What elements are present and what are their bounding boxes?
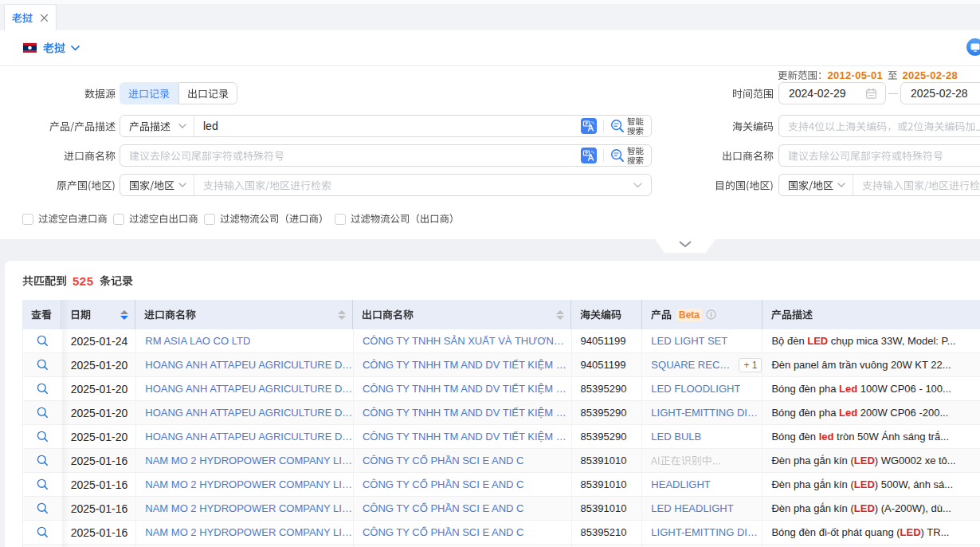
checkbox[interactable] xyxy=(204,214,215,225)
view-record-icon[interactable] xyxy=(37,502,49,514)
country-title[interactable] xyxy=(43,42,65,53)
cell-description: Bóng đèn pha Led 100W CP06 - 100... xyxy=(762,377,980,400)
cell-date: 2025-01-16 xyxy=(62,497,137,520)
product-tag-link[interactable]: LED FLOODLIGHT xyxy=(651,383,740,395)
help-fab[interactable] xyxy=(966,38,980,56)
exporter-link[interactable]: CÔNG TY TNHH TM AND DV TIẾT KIỆM NĂ... xyxy=(363,383,571,395)
origin-search-input[interactable] xyxy=(194,180,331,191)
hscode-input[interactable] xyxy=(779,121,980,132)
product-field-select[interactable] xyxy=(120,116,194,136)
translate-icon[interactable] xyxy=(581,118,597,134)
toggle-label xyxy=(128,89,170,99)
view-record-icon[interactable] xyxy=(37,359,49,371)
toggle-export-records[interactable] xyxy=(178,82,237,104)
hscode-label xyxy=(658,115,774,137)
smart-search-label[interactable] xyxy=(627,147,644,164)
cell-product: LED HEADLIGHT xyxy=(642,497,762,520)
cell-view[interactable] xyxy=(23,425,62,448)
sort-carets[interactable] xyxy=(338,310,346,320)
product-tag-link[interactable]: LIGHT-EMITTING DIO... xyxy=(651,407,762,419)
cell-hs-code: 85395290 xyxy=(572,377,643,400)
cell-view[interactable] xyxy=(23,377,62,400)
product-search-input[interactable]: led xyxy=(194,120,218,132)
importer-link[interactable]: HOANG ANH ATTAPEU AGRICULTURE DEVE... xyxy=(145,431,353,443)
cell-product: SQUARE RECESS...+ 1 xyxy=(642,353,762,376)
checkbox[interactable] xyxy=(113,214,124,225)
exporter-link[interactable]: CÔNG TY CỔ PHẦN SCI E AND C xyxy=(363,455,524,466)
view-record-icon[interactable] xyxy=(37,478,49,490)
checkbox-filter-logistics-importer[interactable] xyxy=(204,213,328,225)
exporter-link[interactable]: CÔNG TY CỔ PHẦN SCI E AND C xyxy=(363,478,524,490)
product-tag-link[interactable]: SQUARE RECESS... xyxy=(651,359,732,371)
cell-view[interactable] xyxy=(23,353,62,376)
calendar-icon xyxy=(865,88,877,100)
sort-carets[interactable] xyxy=(120,310,128,320)
destination-search-input[interactable] xyxy=(853,180,980,191)
view-record-icon[interactable] xyxy=(37,383,49,395)
checkbox-filter-blank-importer[interactable] xyxy=(22,213,108,225)
destination-country-select[interactable] xyxy=(779,175,853,195)
date-start-input[interactable]: 2024-02-29 xyxy=(778,82,886,104)
importer-input[interactable] xyxy=(120,151,284,161)
beta-badge: Beta xyxy=(676,309,702,321)
view-record-icon[interactable] xyxy=(37,431,49,443)
column-header-date[interactable] xyxy=(61,300,136,329)
view-record-icon[interactable] xyxy=(37,407,49,419)
cell-view[interactable] xyxy=(23,329,62,352)
view-record-icon[interactable] xyxy=(37,526,49,538)
translate-icon[interactable] xyxy=(581,148,597,163)
checkbox-filter-logistics-exporter[interactable] xyxy=(335,213,459,225)
importer-link[interactable]: RM ASIA LAO CO LTD xyxy=(145,335,250,347)
column-header-exporter[interactable] xyxy=(353,300,571,329)
exporter-link[interactable]: CÔNG TY TNHH TM AND DV TIẾT KIỆM NĂ... xyxy=(363,407,571,419)
importer-link[interactable]: NAM MO 2 HYDROPOWER COMPANY LIMI... xyxy=(145,502,353,514)
smart-search-label[interactable] xyxy=(627,117,644,135)
sort-carets[interactable] xyxy=(556,310,564,320)
importer-link[interactable]: NAM MO 2 HYDROPOWER COMPANY LIMI... xyxy=(145,478,353,490)
cell-view[interactable] xyxy=(23,401,62,424)
info-icon[interactable] xyxy=(706,309,716,320)
product-tag-link[interactable]: LED LIGHT SET xyxy=(651,335,727,347)
select-value xyxy=(129,180,174,191)
tab-close-icon[interactable] xyxy=(40,14,49,22)
smart-search-icon[interactable] xyxy=(610,148,625,163)
cell-view[interactable] xyxy=(23,521,62,544)
checkbox[interactable] xyxy=(335,214,346,225)
exporter-link[interactable]: CÔNG TY TNHH TM AND DV TIẾT KIỆM NĂ... xyxy=(363,359,571,371)
table-row: 2025-01-20HOANG ANH ATTAPEU AGRICULTURE … xyxy=(22,425,980,449)
exporter-link[interactable]: CÔNG TY CỔ PHẦN SCI E AND C xyxy=(363,526,524,538)
date-end-input[interactable]: 2025-02-28 xyxy=(900,82,980,104)
smart-search-icon[interactable] xyxy=(610,119,625,133)
chevron-down-icon[interactable] xyxy=(71,45,80,51)
more-products-badge[interactable]: + 1 xyxy=(739,358,762,372)
importer-link[interactable]: HOANG ANH ATTAPEU AGRICULTURE DEVE... xyxy=(145,359,353,371)
checkbox[interactable] xyxy=(22,214,33,225)
view-record-icon[interactable] xyxy=(37,335,49,347)
exporter-link[interactable]: CÔNG TY CỔ PHẦN SCI E AND C xyxy=(363,502,524,514)
exporter-link[interactable]: CÔNG TY TNHH TM AND DV TIẾT KIỆM NĂ... xyxy=(363,431,571,443)
product-tag-link[interactable]: LED BULB xyxy=(651,431,701,443)
tab-laos[interactable] xyxy=(4,4,57,30)
product-tag-link[interactable]: HEADLIGHT xyxy=(651,478,710,490)
importer-link[interactable]: HOANG ANH ATTAPEU AGRICULTURE DEVE... xyxy=(145,407,353,419)
toggle-import-records[interactable] xyxy=(120,82,178,104)
checkbox-filter-blank-exporter[interactable] xyxy=(113,213,198,225)
exporter-input[interactable] xyxy=(779,151,943,161)
exporter-link[interactable]: CÔNG TY TNHH SẢN XUẤT VÀ THƯƠNG M... xyxy=(363,335,571,347)
origin-country-select[interactable] xyxy=(120,175,194,195)
importer-link[interactable]: NAM MO 2 HYDROPOWER COMPANY LIMI... xyxy=(145,526,353,538)
cell-view[interactable] xyxy=(23,473,62,496)
product-tag-link[interactable]: LIGHT-EMITTING DIO... xyxy=(651,526,762,538)
cell-view[interactable] xyxy=(23,497,62,520)
cell-product: LED BULB xyxy=(642,425,762,448)
cell-product: LED FLOODLIGHT xyxy=(642,377,762,400)
view-record-icon[interactable] xyxy=(37,455,49,466)
cell-hs-code: 85395210 xyxy=(572,521,643,544)
product-tag-link[interactable]: LED HEADLIGHT xyxy=(651,502,733,514)
caret-up-icon xyxy=(120,310,128,314)
importer-link[interactable]: NAM MO 2 HYDROPOWER COMPANY LIMI... xyxy=(145,455,353,466)
cell-view[interactable] xyxy=(23,449,62,472)
importer-link[interactable]: HOANG ANH ATTAPEU AGRICULTURE DEVE... xyxy=(145,383,353,395)
column-header-importer[interactable] xyxy=(135,300,353,329)
collapse-filters-handle[interactable] xyxy=(655,239,715,253)
